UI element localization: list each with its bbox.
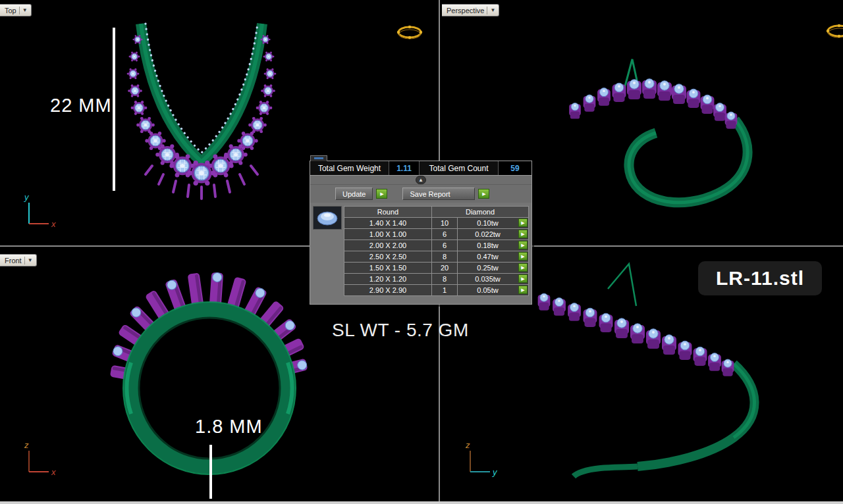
gem-count-cell: 8 (432, 251, 457, 262)
row-run-button[interactable]: ▶ (518, 230, 528, 238)
gem-count-cell: 6 (432, 240, 457, 251)
row-run-button[interactable]: ▶ (518, 263, 528, 272)
viewport-tab-separator (19, 7, 20, 14)
axis-gizmo: z y (465, 440, 498, 477)
gem-count-cell: 20 (432, 263, 457, 273)
gem-table-row[interactable]: 1.40 X 1.40 10 0.10tw ▶ (344, 218, 528, 228)
gem-weight-cell: 0.022tw ▶ (458, 229, 528, 239)
update-run-button[interactable]: ▶ (376, 189, 387, 199)
gold-ring-object (397, 26, 422, 39)
axis-label-vertical: z (24, 440, 29, 450)
chevron-down-icon[interactable]: ▼ (28, 257, 33, 263)
gem-table: Round Diamond 1.40 X 1.40 10 0.10tw ▶ 1.… (344, 206, 529, 296)
viewport-tab-label: Top (5, 7, 16, 14)
row-run-button[interactable]: ▶ (518, 274, 528, 283)
sl-weight-label: SL WT - 5.7 GM (332, 320, 469, 341)
gem-table-row[interactable]: 1.20 X 1.20 8 0.035tw ▶ (344, 274, 528, 284)
filename-badge: LR-11.stl (698, 261, 822, 295)
gem-weight-cell: 0.47tw ▶ (458, 251, 528, 262)
collapse-button[interactable]: ▲ (416, 176, 426, 184)
dimension-line (209, 445, 212, 499)
chevron-down-icon[interactable]: ▼ (22, 7, 28, 13)
gem-clusters (569, 79, 737, 129)
window-bottom-edge (0, 501, 843, 504)
axis-label-horizontal: x (51, 467, 56, 477)
play-icon: ▶ (521, 288, 524, 292)
play-icon: ▶ (521, 254, 524, 259)
gem-table-row[interactable]: 1.00 X 1.00 6 0.022tw ▶ (344, 229, 528, 239)
play-icon: ▶ (521, 265, 524, 270)
gem-size-cell: 2.90 X 2.90 (344, 285, 431, 295)
column-header-diamond: Diamond (432, 207, 528, 217)
panel-button-row: Update ▶ Save Report ▶ (310, 185, 531, 203)
total-gem-count-value: 59 (499, 161, 531, 175)
update-button[interactable]: Update (335, 188, 373, 200)
gem-weight-cell: 0.25tw ▶ (458, 263, 528, 273)
viewport-tab-label: Perspective (447, 7, 484, 14)
gem-size-cell: 1.40 X 1.40 (344, 218, 431, 228)
gem-size-cell: 1.20 X 1.20 (344, 274, 431, 284)
gem-size-cell: 2.50 X 2.50 (344, 251, 431, 262)
play-icon: ▶ (521, 243, 524, 247)
save-report-run-button[interactable]: ▶ (478, 189, 489, 199)
cad-app-window: y x Top ▼ 22 MM (0, 0, 843, 504)
gem-count-cell: 8 (432, 274, 457, 284)
gem-weight-value: 0.25tw (477, 264, 498, 272)
gem-table-row[interactable]: 1.50 X 1.50 20 0.25tw ▶ (344, 263, 528, 273)
row-run-button[interactable]: ▶ (518, 218, 528, 227)
viewport-tab-top[interactable]: Top ▼ (0, 4, 32, 16)
row-run-button[interactable]: ▶ (518, 286, 528, 294)
panel-drag-tab[interactable] (310, 155, 327, 161)
viewport-tab-separator (24, 257, 25, 265)
total-gem-count-label: Total Gem Count (420, 161, 499, 175)
gem-weight-value: 0.18tw (477, 241, 498, 249)
gem-weight-value: 0.035tw (475, 275, 501, 283)
gem-table-row[interactable]: 2.90 X 2.90 1 0.05tw ▶ (344, 285, 528, 295)
collapse-strip: ▲ (310, 176, 531, 185)
viewport-tab-label: Front (5, 257, 22, 265)
column-header-round: Round (344, 207, 431, 217)
panel-tab-accent (314, 157, 323, 159)
gem-preview-image (313, 206, 342, 230)
gem-weight-value: 0.10tw (477, 219, 498, 227)
viewport-tab-front[interactable]: Front ▼ (0, 254, 37, 266)
measurement-label-22mm: 22 MM (50, 95, 112, 116)
dimension-line (113, 28, 115, 191)
chevron-down-icon[interactable]: ▼ (490, 7, 495, 13)
axis-gizmo: y x (24, 192, 56, 229)
play-icon: ▶ (521, 232, 524, 236)
gem-weight-value: 0.05tw (477, 286, 498, 294)
save-report-button[interactable]: Save Report (402, 188, 475, 200)
row-run-button[interactable]: ▶ (518, 252, 528, 261)
axis-gizmo: z x (24, 440, 56, 477)
play-icon: ▶ (380, 191, 383, 196)
total-gem-weight-label: Total Gem Weight (310, 161, 389, 175)
gem-weight-value: 0.47tw (477, 253, 498, 261)
gem-weight-cell: 0.05tw ▶ (458, 285, 528, 295)
axis-label-horizontal: x (51, 219, 56, 229)
total-gem-weight-value: 1.11 (389, 161, 420, 175)
viewport-tab-separator (487, 7, 487, 14)
chevron-up-icon: ▲ (418, 178, 423, 183)
gem-size-cell: 2.00 X 2.00 (344, 240, 431, 251)
gem-weight-cell: 0.035tw ▶ (458, 274, 528, 284)
gem-size-cell: 1.00 X 1.00 (344, 229, 431, 239)
ring-band (629, 120, 748, 203)
axis-label-horizontal: y (492, 467, 498, 477)
play-icon: ▶ (521, 276, 524, 281)
play-icon: ▶ (482, 191, 485, 196)
gold-ring-object (827, 24, 843, 38)
gem-table-row[interactable]: 2.50 X 2.50 8 0.47tw ▶ (344, 251, 528, 262)
gem-weight-cell: 0.10tw ▶ (458, 218, 528, 228)
gem-report-panel: Total Gem Weight 1.11 Total Gem Count 59… (310, 161, 532, 305)
viewport-tab-perspective[interactable]: Perspective ▼ (442, 4, 499, 16)
gem-stats-bar: Total Gem Weight 1.11 Total Gem Count 59 (310, 161, 531, 176)
row-run-button[interactable]: ▶ (518, 241, 528, 249)
gem-count-cell: 1 (432, 285, 457, 295)
axis-label-vertical: y (24, 192, 30, 202)
gem-table-row[interactable]: 2.00 X 2.00 6 0.18tw ▶ (344, 240, 528, 251)
play-icon: ▶ (521, 220, 524, 225)
gem-size-cell: 1.50 X 1.50 (344, 263, 431, 273)
gem-weight-value: 0.022tw (475, 230, 501, 238)
gem-table-area: Round Diamond 1.40 X 1.40 10 0.10tw ▶ 1.… (310, 203, 531, 304)
